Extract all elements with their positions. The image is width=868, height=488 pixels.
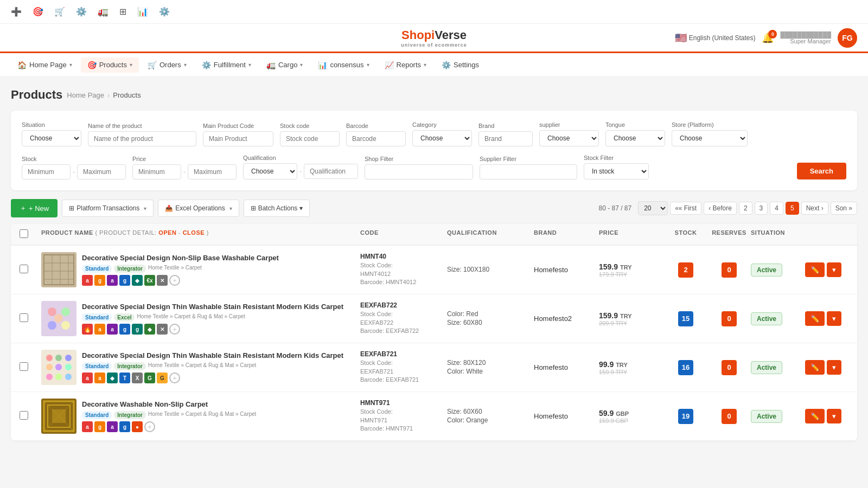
settings-icon[interactable]: ⚙️	[74, 4, 89, 19]
shop-filter-input[interactable]	[365, 164, 473, 179]
gear-icon[interactable]: ⚙️	[157, 4, 172, 19]
svg-point-17	[65, 355, 72, 361]
row4-select[interactable]	[20, 411, 28, 420]
row2-select[interactable]	[20, 313, 28, 322]
row1-more-button[interactable]: ▾	[827, 262, 841, 277]
nav-reports[interactable]: 📈 Reports ▾	[378, 57, 433, 73]
page-first-button[interactable]: «« First	[670, 202, 701, 215]
row1-product-name: Decorative Special Design Non-Slip Base …	[82, 254, 360, 263]
row2-more-button[interactable]: ▾	[827, 311, 841, 326]
page-next-button[interactable]: Next ›	[801, 202, 828, 215]
breadcrumb: Home Page › Products	[67, 91, 141, 99]
row3-edit-button[interactable]: ✏️	[805, 360, 825, 375]
nav-settings[interactable]: ⚙️ Settings	[435, 57, 486, 73]
picon-add2[interactable]: ＋	[169, 324, 180, 335]
open-link[interactable]: Open	[158, 229, 176, 236]
add-icon[interactable]: ➕	[9, 4, 24, 19]
grid-icon[interactable]: ⊞	[117, 4, 129, 19]
qualification-input[interactable]	[304, 164, 358, 179]
truck-icon[interactable]: 🚛	[95, 4, 111, 19]
select-all-checkbox[interactable]	[20, 229, 28, 238]
nav-orders[interactable]: 🛒 Orders ▾	[141, 57, 193, 73]
header-qualification: QUALIFICATION	[447, 229, 534, 239]
pagination: 80 - 87 / 87 20 50 100 «« First ‹ Before…	[598, 201, 857, 215]
filter-shop: Shop Filter	[365, 156, 473, 179]
row4-more-button[interactable]: ▾	[827, 409, 841, 423]
page-5-button[interactable]: 5	[786, 202, 799, 215]
row3-select[interactable]	[20, 362, 28, 371]
category-select[interactable]: Choose	[412, 130, 472, 146]
notifications-button[interactable]: 🔔 0	[762, 32, 774, 44]
stock-max-input[interactable]	[77, 164, 126, 179]
close-link[interactable]: Close	[183, 229, 205, 236]
qualification-select[interactable]: Choose	[243, 163, 297, 179]
picon-add[interactable]: ＋	[169, 275, 180, 286]
supplier-select[interactable]: Choose	[539, 130, 599, 146]
supplier-filter-input[interactable]	[480, 164, 577, 179]
row1-actions: ✏️ ▾	[805, 262, 848, 277]
situation-select[interactable]: Choose	[22, 130, 81, 146]
platform-transactions-button[interactable]: ⊞ Platform Transactions ▾	[62, 200, 154, 217]
picon-a5: a	[82, 373, 93, 383]
price-min-input[interactable]	[132, 164, 181, 179]
svg-point-21	[46, 374, 53, 380]
stock-filter-select[interactable]: In stock Out of stock All	[584, 163, 649, 179]
page-3-button[interactable]: 3	[755, 202, 768, 215]
nav-cargo[interactable]: 🚛 Cargo ▾	[260, 57, 309, 73]
batch-actions-button[interactable]: ⊞ Batch Actions ▾	[244, 200, 310, 217]
page-last-button[interactable]: Son »	[831, 202, 857, 215]
tongue-select[interactable]: Choose	[605, 130, 665, 146]
header-price: PRICE	[599, 229, 664, 239]
price-max-input[interactable]	[188, 164, 237, 179]
qualification-inputs: Choose -	[243, 163, 358, 179]
page-before-button[interactable]: ‹ Before	[704, 202, 737, 215]
row3-price: 99.9 TRY 159.9 TRY	[599, 360, 664, 375]
nav-home[interactable]: 🏠 Home Page ▾	[11, 57, 79, 73]
cart-icon[interactable]: 🛒	[52, 4, 67, 19]
product-name-input[interactable]	[88, 131, 196, 146]
target-icon[interactable]: 🎯	[30, 4, 46, 19]
chart-icon[interactable]: 📊	[135, 4, 150, 19]
row3-status-badge: Active	[751, 361, 782, 374]
nav-settings-label: Settings	[454, 61, 479, 69]
row4-edit-button[interactable]: ✏️	[805, 409, 825, 423]
header-checkbox-col	[20, 229, 41, 239]
language-selector[interactable]: 🇺🇸 English (United States)	[675, 32, 756, 44]
chevron-down-icon: ▾	[184, 62, 187, 68]
row1-edit-button[interactable]: ✏️	[805, 262, 825, 277]
page-2-button[interactable]: 2	[739, 202, 752, 215]
excel-label: Excel Operations	[175, 204, 225, 212]
main-product-code-input[interactable]	[203, 131, 273, 146]
row3-more-button[interactable]: ▾	[827, 360, 841, 375]
filter-main-product-code: Main Product Code	[203, 123, 273, 146]
picon-add3[interactable]: ＋	[169, 373, 180, 383]
row1-select[interactable]	[20, 265, 28, 273]
new-button[interactable]: ＋ + New	[11, 199, 58, 217]
stock-range-label: Stock	[22, 156, 126, 162]
brand-input[interactable]	[478, 131, 533, 146]
stock-code-input[interactable]	[280, 131, 340, 146]
search-button[interactable]: Search	[797, 163, 846, 179]
picon-add4[interactable]: ＋	[144, 421, 155, 432]
page-4-button[interactable]: 4	[770, 202, 783, 215]
nav-fulfillment[interactable]: ⚙️ Fulfillment ▾	[195, 57, 258, 73]
row1-price: 159.9 TRY 179.9 TRY	[599, 262, 664, 278]
avatar[interactable]: FG	[838, 28, 857, 48]
stock-min-input[interactable]	[22, 164, 71, 179]
store-select[interactable]: Choose	[672, 130, 748, 146]
flag-icon: 🇺🇸	[675, 32, 687, 44]
tag-standard: Standard	[82, 265, 112, 273]
row3-status: Active	[751, 361, 805, 374]
excel-icon: 📤	[165, 204, 173, 212]
row1-stock: 2	[664, 262, 707, 278]
barcode-input[interactable]	[346, 131, 406, 146]
page-size-select[interactable]: 20 50 100	[638, 201, 668, 215]
nav-products[interactable]: 🎯 Products ▾	[81, 57, 139, 73]
row3-code: EEXFAB721 Stock Code:EEXFAB721 Barcode: …	[360, 350, 447, 384]
row4-category: Home Textile » Carpet & Rug & Mat » Carp…	[148, 411, 256, 419]
breadcrumb-home[interactable]: Home Page	[67, 91, 104, 99]
picon-fire: 🔥	[82, 324, 93, 335]
excel-operations-button[interactable]: 📤 Excel Operations ▾	[158, 200, 239, 217]
row2-edit-button[interactable]: ✏️	[805, 311, 825, 326]
nav-consensus[interactable]: 📊 consensus ▾	[311, 57, 375, 73]
